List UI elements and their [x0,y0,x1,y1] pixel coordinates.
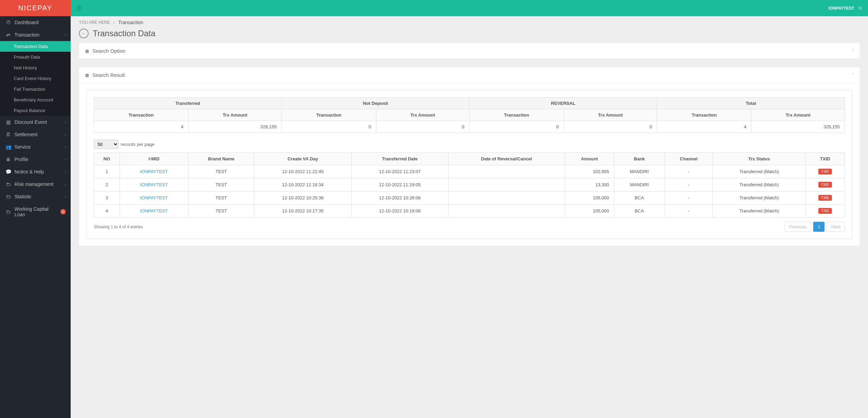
cell: IONPAYTEST [120,205,188,218]
column-header[interactable]: Transferred Date [351,153,448,165]
breadcrumb-current: Transaction [118,20,143,25]
gear-icon[interactable]: ⚙ [858,6,862,11]
column-header[interactable]: Bank [614,153,665,165]
cell: MANDIRI [614,165,665,178]
txid-button[interactable]: TXID [818,182,832,188]
nav-label: Risk management [14,181,65,187]
nav-icon: 💬 [5,169,12,175]
chevron-up-icon[interactable]: ˄ [852,49,854,53]
imid-link[interactable]: IONPAYTEST [140,182,168,187]
cell [448,205,565,218]
sidebar-item-discount-event[interactable]: ▥Discount Event‹ [0,116,71,128]
sidebar-item-profile[interactable]: 🖥Profile‹ [0,153,71,166]
per-page-select[interactable]: 102550100 [94,140,119,149]
pager-next[interactable]: Next [827,222,845,232]
sidebar-item-dashboard[interactable]: ⏱DashBoard [0,16,71,29]
cell: 12-10-2022 10:18:06 [351,205,448,218]
column-header[interactable]: Date of Reversal/Cancel [448,153,565,165]
subnav-card-event-history[interactable]: Card Event History [0,73,71,84]
column-header[interactable]: Amount [565,153,614,165]
menu-toggle-icon[interactable]: ☰ [76,4,82,12]
sidebar-item-service[interactable]: 👥Service‹ [0,141,71,153]
cell: 13,300 [565,178,614,191]
column-header[interactable]: Trx Status [713,153,806,165]
column-header[interactable]: NO [94,153,120,165]
chevron-down-icon[interactable]: ˅ [852,73,854,77]
sidebar-item-risk-management[interactable]: 🗀Risk management‹ [0,178,71,190]
cell: IONPAYTEST [120,178,188,191]
sidebar-item-working-capital-loan[interactable]: 🗀Working Capital LoanN [0,203,71,221]
cell: Transferred (Match) [713,191,806,205]
transaction-table: NOI-MIDBrand NameCreate VA DayTransferre… [94,152,845,218]
column-header[interactable]: TXID [805,153,845,165]
nav-icon: ▥ [5,119,12,125]
panel-search-option-header[interactable]: ▦ Search Option ˄ [79,43,860,59]
cell [448,191,565,205]
imid-link[interactable]: IONPAYTEST [140,208,168,213]
summary-subhead: Trx Amount [564,109,657,121]
nav-icon: ⇄ [5,32,12,38]
summary-table: TransferredNot DepositREVERSALTotal Tran… [94,97,845,133]
back-button[interactable]: ← [79,29,89,38]
sidebar-item-statistic[interactable]: 🗀Statistic‹ [0,190,71,203]
nav-icon: 🖥 [5,157,12,162]
txid-button[interactable]: TXID [818,208,832,214]
summary-cell: 4 [657,121,751,133]
imid-link[interactable]: IONPAYTEST [140,195,168,200]
nav-icon: ⏱ [5,20,12,25]
pager-prev[interactable]: Previous [785,222,811,232]
user-label[interactable]: IONPAYTEST [828,6,854,11]
pager-page-1[interactable]: 1 [813,222,825,232]
nav-label: Service [14,144,65,150]
cell: 102,855 [565,165,614,178]
summary-subhead: Transaction [282,109,376,121]
cell: MANDIRI [614,178,665,191]
cell: 12-10-2022 11:18:34 [254,178,352,191]
per-page-label: records per page [121,142,154,147]
imid-link[interactable]: IONPAYTEST [140,169,168,174]
summary-subhead: Transaction [657,109,751,121]
panel-search-result-header[interactable]: ▦ Search Result ˅ [79,67,860,83]
subnav-beneficiary-account[interactable]: Beneficiary Account [0,94,71,105]
summary-subhead: Transaction [469,109,564,121]
chevron-left-icon: ‹ [65,170,66,174]
summary-group: REVERSAL [469,98,657,109]
cell: - [665,191,713,205]
sidebar-item-notice-help[interactable]: 💬Notice & Help‹ [0,166,71,178]
topbar: ☰ IONPAYTEST ⚙ [71,0,868,16]
sidebar-item-transaction[interactable]: ⇄Transaction‹ [0,29,71,41]
breadcrumb: YOU ARE HERE › Transaction [71,16,868,29]
nav-icon: 👥 [5,144,12,150]
cell: TEST [188,165,254,178]
subnav-preauth-data[interactable]: Preauth Data [0,52,71,62]
subnav-fail-transaction[interactable]: Fail Transaction [0,84,71,94]
chevron-left-icon: ‹ [65,145,66,149]
summary-cell: 0 [282,121,376,133]
cell: 4 [94,205,120,218]
nav-label: Working Capital Loan [14,206,59,217]
txid-button[interactable]: TXID [818,195,832,201]
cell: 12-10-2022 11:22:45 [254,165,352,178]
cell: 12-10-2022 11:23:07 [351,165,448,178]
subnav-transaction-data[interactable]: Transaction Data [0,41,71,52]
txid-button[interactable]: TXID [818,169,832,175]
cell: TXID [805,191,845,205]
subnav-noti-history[interactable]: Noti History [0,62,71,73]
column-header[interactable]: Create VA Day [254,153,352,165]
sidebar-item-settlement[interactable]: 🗓Settlement‹ [0,128,71,141]
summary-cell: 0 [376,121,469,133]
nav-label: Discount Event [14,119,65,125]
panel-search-result-title: Search Result [92,72,852,78]
summary-subhead: Trx Amount [751,109,845,121]
brand-logo: NICEPAY [0,0,71,16]
result-frame: TransferredNot DepositREVERSALTotal Tran… [87,90,852,239]
column-header[interactable]: I-MID [120,153,188,165]
nav-label: Statistic [14,194,65,199]
cell: IONPAYTEST [120,191,188,205]
cell: - [665,205,713,218]
column-header[interactable]: Brand Name [188,153,254,165]
pager: Previous 1 Next [785,222,845,232]
cell: Transferred (Match) [713,205,806,218]
subnav-payout-balance[interactable]: Payout Balance [0,105,71,116]
column-header[interactable]: Channel [665,153,713,165]
